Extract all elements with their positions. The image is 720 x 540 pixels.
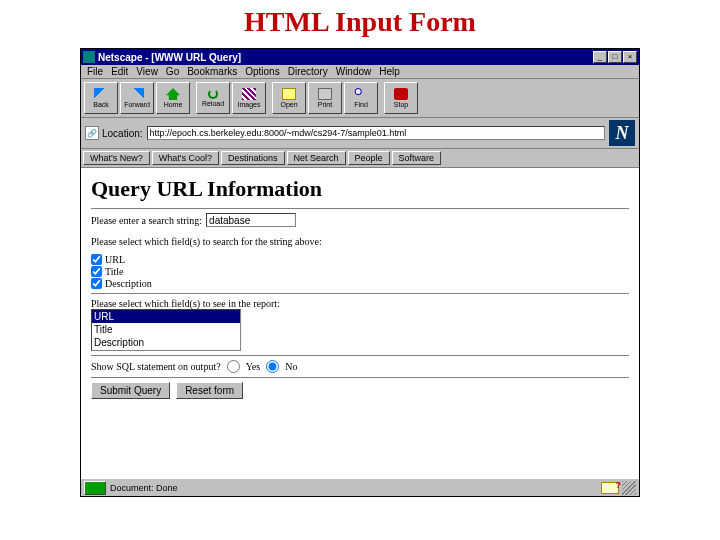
status-icon: [84, 481, 106, 495]
dir-people[interactable]: People: [348, 151, 390, 165]
toolbar: Back Forward Home Reload Images Open Pri…: [81, 79, 639, 118]
menu-file[interactable]: File: [87, 66, 103, 77]
cb-url-label: URL: [105, 254, 125, 265]
search-prompt: Please enter a search string:: [91, 215, 202, 226]
menu-help[interactable]: Help: [379, 66, 400, 77]
radio-yes-label: Yes: [246, 361, 261, 372]
forward-icon: [130, 88, 144, 100]
stop-label: Stop: [394, 101, 408, 108]
reset-button[interactable]: Reset form: [176, 382, 243, 399]
menu-directory[interactable]: Directory: [288, 66, 328, 77]
report-prompt: Please select which field(s) to see in t…: [91, 298, 629, 309]
location-icon[interactable]: 🔗: [85, 126, 99, 140]
menu-window[interactable]: Window: [336, 66, 372, 77]
print-label: Print: [318, 101, 332, 108]
page-content: Query URL Information Please enter a sea…: [81, 168, 639, 478]
minimize-button[interactable]: _: [593, 51, 607, 63]
radio-no-label: No: [285, 361, 297, 372]
images-icon: [242, 88, 256, 100]
page-heading: Query URL Information: [91, 176, 629, 202]
status-text: Document: Done: [110, 483, 601, 493]
dir-whats-new[interactable]: What's New?: [83, 151, 150, 165]
find-button[interactable]: Find: [344, 82, 378, 114]
browser-window: Netscape - [WWW URL Query] _ □ × File Ed…: [80, 48, 640, 497]
open-label: Open: [280, 101, 297, 108]
print-icon: [318, 88, 332, 100]
stop-icon: [394, 88, 408, 100]
radio-no[interactable]: [266, 360, 279, 373]
location-bar: 🔗 Location: N: [81, 118, 639, 149]
back-icon: [94, 88, 108, 100]
resize-grip[interactable]: [622, 481, 636, 495]
find-icon: [354, 88, 368, 100]
location-input[interactable]: [147, 126, 605, 140]
list-item-description[interactable]: Description: [92, 336, 240, 349]
reload-button[interactable]: Reload: [196, 82, 230, 114]
reload-label: Reload: [202, 100, 224, 107]
back-button[interactable]: Back: [84, 82, 118, 114]
menubar: File Edit View Go Bookmarks Options Dire…: [81, 65, 639, 79]
open-icon: [282, 88, 296, 100]
cb-title[interactable]: [91, 266, 102, 277]
submit-button[interactable]: Submit Query: [91, 382, 170, 399]
search-input[interactable]: [206, 213, 296, 227]
status-bar: Document: Done: [81, 478, 639, 496]
report-listbox[interactable]: URL Title Description: [91, 309, 241, 351]
menu-go[interactable]: Go: [166, 66, 179, 77]
menu-options[interactable]: Options: [245, 66, 279, 77]
dir-destinations[interactable]: Destinations: [221, 151, 285, 165]
divider: [91, 208, 629, 209]
slide-title: HTML Input Form: [0, 0, 720, 48]
cb-title-label: Title: [105, 266, 124, 277]
dir-whats-cool[interactable]: What's Cool?: [152, 151, 219, 165]
images-button[interactable]: Images: [232, 82, 266, 114]
reload-icon: [208, 89, 218, 99]
list-item-title[interactable]: Title: [92, 323, 240, 336]
images-label: Images: [238, 101, 261, 108]
stop-button[interactable]: Stop: [384, 82, 418, 114]
divider: [91, 293, 629, 294]
menu-view[interactable]: View: [136, 66, 158, 77]
find-label: Find: [354, 101, 368, 108]
directory-bar: What's New? What's Cool? Destinations Ne…: [81, 149, 639, 168]
radio-yes[interactable]: [227, 360, 240, 373]
titlebar: Netscape - [WWW URL Query] _ □ ×: [81, 49, 639, 65]
home-label: Home: [164, 101, 183, 108]
sql-prompt: Show SQL statement on output?: [91, 361, 221, 372]
mail-icon[interactable]: [601, 482, 619, 494]
app-icon: [83, 51, 95, 63]
cb-description-label: Description: [105, 278, 152, 289]
home-icon: [166, 88, 180, 100]
home-button[interactable]: Home: [156, 82, 190, 114]
close-button[interactable]: ×: [623, 51, 637, 63]
print-button[interactable]: Print: [308, 82, 342, 114]
back-label: Back: [93, 101, 109, 108]
fields-prompt: Please select which field(s) to search f…: [91, 236, 629, 247]
divider: [91, 377, 629, 378]
list-item-url[interactable]: URL: [92, 310, 240, 323]
forward-label: Forward: [124, 101, 150, 108]
window-title: Netscape - [WWW URL Query]: [98, 52, 592, 63]
divider: [91, 355, 629, 356]
menu-bookmarks[interactable]: Bookmarks: [187, 66, 237, 77]
dir-software[interactable]: Software: [392, 151, 442, 165]
cb-url[interactable]: [91, 254, 102, 265]
location-label: Location:: [102, 128, 143, 139]
maximize-button[interactable]: □: [608, 51, 622, 63]
dir-net-search[interactable]: Net Search: [287, 151, 346, 165]
cb-description[interactable]: [91, 278, 102, 289]
open-button[interactable]: Open: [272, 82, 306, 114]
menu-edit[interactable]: Edit: [111, 66, 128, 77]
forward-button[interactable]: Forward: [120, 82, 154, 114]
netscape-logo: N: [609, 120, 635, 146]
